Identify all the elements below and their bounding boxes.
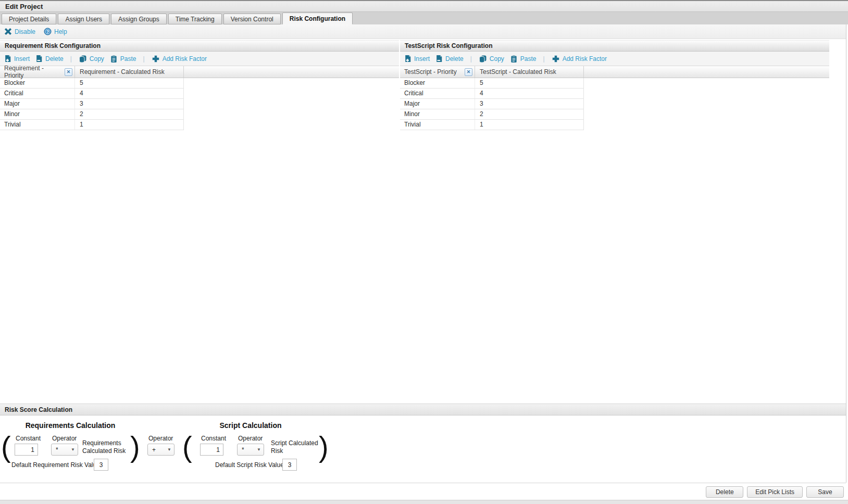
column-header-calculated-risk[interactable]: TestScript - Calculated Risk — [475, 66, 584, 78]
delete-project-button[interactable]: Delete — [706, 486, 743, 498]
join-operator-group: Operator + ▼ — [147, 435, 174, 456]
script-constant-input[interactable] — [200, 444, 223, 456]
insert-button[interactable]: Insert — [4, 55, 30, 62]
testscript-risk-panel-header: TestScript Risk Configuration — [400, 40, 829, 52]
remove-column-button[interactable]: ✕ — [465, 68, 472, 76]
priority-cell: Trivial — [400, 120, 475, 130]
add-risk-factor-button[interactable]: Add Risk Factor — [552, 55, 607, 63]
delete-icon — [435, 55, 443, 62]
tab-version-control[interactable]: Version Control — [223, 14, 281, 24]
remove-column-button[interactable]: ✕ — [65, 68, 72, 76]
tab-time-tracking[interactable]: Time Tracking — [168, 14, 222, 24]
paste-icon — [110, 55, 118, 63]
requirements-constant-group: Constant — [15, 435, 41, 456]
priority-cell: Trivial — [0, 120, 75, 130]
risk-cell: 4 — [75, 89, 183, 98]
constant-label: Constant — [15, 435, 41, 442]
panel-title: TestScript Risk Configuration — [405, 42, 492, 49]
delete-button[interactable]: Delete — [435, 55, 464, 62]
requirements-calculation-heading: Requirements Calculation — [0, 421, 141, 430]
add-plus-icon — [552, 55, 560, 63]
risk-cell: 1 — [475, 120, 583, 130]
operator-label: Operator — [237, 435, 264, 442]
chevron-down-icon: ▼ — [167, 447, 171, 452]
script-operator-select[interactable]: * ▼ — [237, 444, 264, 456]
tab-risk-configuration[interactable]: Risk Configuration — [282, 12, 353, 24]
script-constant-group: Constant — [200, 435, 226, 456]
close-paren: ) — [130, 431, 140, 462]
selected-operator: + — [152, 446, 156, 453]
table-row[interactable]: Blocker 5 — [400, 78, 583, 89]
footer-divider — [0, 483, 846, 483]
table-row[interactable]: Critical 4 — [400, 89, 583, 99]
tab-assign-groups[interactable]: Assign Groups — [111, 14, 167, 24]
risk-cell: 2 — [475, 109, 583, 119]
help-button[interactable]: ? Help — [44, 28, 67, 35]
table-row[interactable]: Major 3 — [0, 99, 183, 109]
requirement-risk-panel: Requirement Risk Configuration Insert De… — [0, 40, 399, 130]
insert-button[interactable]: Insert — [404, 55, 430, 62]
requirement-risk-panel-header: Requirement Risk Configuration — [0, 40, 399, 52]
risk-cell: 5 — [475, 78, 583, 88]
edit-pick-lists-button[interactable]: Edit Pick Lists — [747, 486, 803, 498]
toolbar-separator: | — [69, 55, 73, 62]
operator-label: Operator — [147, 435, 174, 442]
tab-assign-users[interactable]: Assign Users — [58, 14, 109, 24]
tab-bar: Project Details Assign Users Assign Grou… — [0, 12, 848, 24]
copy-icon — [79, 55, 87, 63]
requirement-grid-body: Blocker 5 Critical 4 Major 3 Minor 2 Tri… — [0, 78, 184, 130]
footer-button-bar: Delete Edit Pick Lists Save — [0, 486, 844, 498]
section-title: Risk Score Calculation — [5, 406, 72, 413]
column-header-calculated-risk[interactable]: Requirement - Calculated Risk — [75, 66, 184, 78]
paste-button[interactable]: Paste — [510, 55, 537, 63]
table-row[interactable]: Blocker 5 — [0, 78, 183, 89]
default-requirement-risk-input[interactable] — [94, 459, 108, 471]
risk-cell: 2 — [75, 109, 183, 119]
priority-cell: Minor — [0, 109, 75, 119]
default-script-risk-label: Default Script Risk Value — [215, 461, 284, 469]
column-header-priority[interactable]: TestScript - Priority ✕ — [400, 66, 475, 78]
add-risk-factor-button[interactable]: Add Risk Factor — [152, 55, 207, 63]
priority-cell: Critical — [400, 89, 475, 98]
tab-project-details[interactable]: Project Details — [2, 14, 56, 24]
script-operator-group: Operator * ▼ — [237, 435, 264, 456]
disable-button[interactable]: Disable — [4, 28, 35, 35]
copy-button[interactable]: Copy — [79, 55, 104, 63]
copy-button[interactable]: Copy — [479, 55, 504, 63]
toolbar-separator: | — [469, 55, 473, 62]
script-calculation-heading: Script Calculation — [188, 421, 313, 430]
requirements-operator-select[interactable]: * ▼ — [51, 444, 78, 456]
add-plus-icon — [152, 55, 160, 63]
default-script-risk-input[interactable] — [282, 459, 297, 471]
column-header-priority[interactable]: Requirement - Priority ✕ — [0, 66, 75, 78]
risk-cell: 1 — [75, 120, 183, 130]
page-title: Edit Project — [5, 3, 43, 10]
testscript-grid-body: Blocker 5 Critical 4 Major 3 Minor 2 Tri… — [400, 78, 584, 130]
requirements-calculated-risk-label: Requirements Calculated Risk — [82, 439, 130, 455]
toolbar-separator: | — [142, 55, 146, 62]
top-toolbar: Disable ? Help — [0, 24, 846, 39]
priority-cell: Blocker — [400, 78, 475, 88]
testscript-risk-toolbar: Insert Delete | Copy Paste | Add Risk Fa… — [400, 52, 829, 66]
table-row[interactable]: Trivial 1 — [0, 120, 183, 130]
save-button[interactable]: Save — [806, 486, 844, 498]
table-row[interactable]: Major 3 — [400, 99, 583, 109]
risk-cell: 3 — [75, 99, 183, 109]
panel-title: Requirement Risk Configuration — [5, 42, 101, 49]
chevron-down-icon: ▼ — [257, 447, 261, 452]
table-row[interactable]: Critical 4 — [0, 89, 183, 99]
table-row[interactable]: Minor 2 — [0, 109, 183, 120]
selected-operator: * — [56, 446, 58, 453]
delete-button[interactable]: Delete — [35, 55, 64, 62]
open-paren: ( — [1, 431, 11, 462]
priority-cell: Minor — [400, 109, 475, 119]
table-row[interactable]: Minor 2 — [400, 109, 583, 120]
paste-button[interactable]: Paste — [110, 55, 136, 63]
testscript-grid-header: TestScript - Priority ✕ TestScript - Cal… — [400, 66, 829, 78]
join-operator-select[interactable]: + ▼ — [147, 444, 174, 456]
paste-icon — [510, 55, 518, 63]
testscript-risk-panel: TestScript Risk Configuration Insert Del… — [400, 40, 829, 130]
risk-score-calculation-header: Risk Score Calculation — [0, 404, 846, 415]
table-row[interactable]: Trivial 1 — [400, 120, 583, 130]
requirements-constant-input[interactable] — [15, 444, 38, 456]
